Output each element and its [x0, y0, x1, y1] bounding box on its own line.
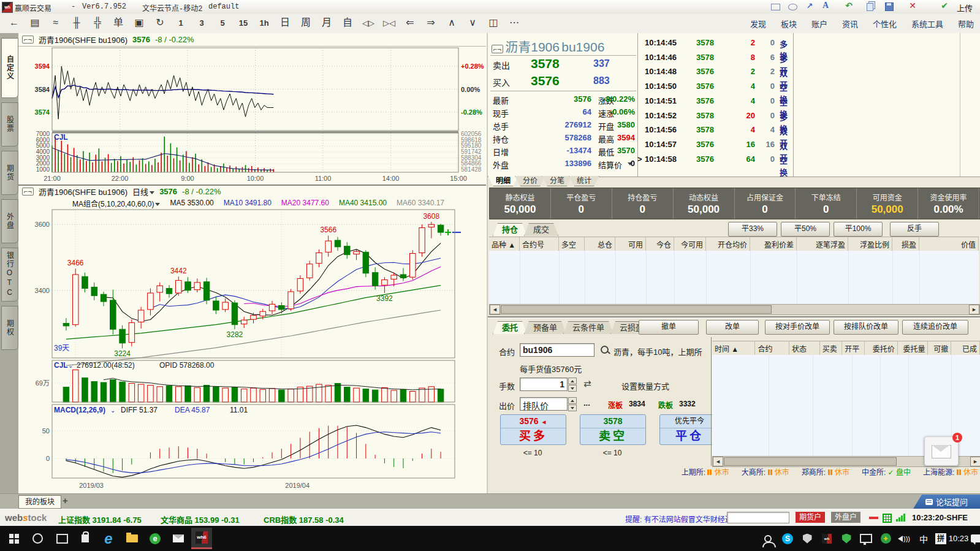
order-column-3[interactable]: 买卖 [820, 341, 842, 355]
order-column-5[interactable]: 委托价 [865, 341, 898, 355]
trade-row[interactable]: 10:14:51357640空换 [640, 96, 793, 111]
kline-icon[interactable]: ╫ [69, 15, 85, 30]
undo-icon[interactable]: ↶ [840, 0, 857, 11]
start-button[interactable] [4, 528, 25, 549]
quantity-input[interactable]: 1 [520, 378, 568, 391]
menu-item-0[interactable]: 发现 [750, 18, 766, 29]
more-icon[interactable]: ⋯ [506, 15, 522, 30]
scroll-right-arrow[interactable]: ► [970, 457, 980, 466]
quote-tab-0[interactable]: 明细 [488, 176, 518, 186]
position-column-6[interactable]: 今可用 [674, 237, 706, 251]
overlay-kline-icon[interactable]: ╬ [89, 15, 105, 30]
order-column-0[interactable]: 时间 ▲ [712, 341, 755, 355]
period-1min[interactable]: 1 [173, 16, 189, 31]
scale-down-icon[interactable]: ∨ [465, 15, 481, 30]
forum-ask-button[interactable]: 论坛提问 [913, 495, 980, 509]
split-view-icon[interactable]: ◫ [485, 15, 501, 30]
scroll-thumb[interactable] [501, 305, 772, 314]
order-action-2[interactable]: 按对手价改单 [765, 320, 830, 335]
ask-price[interactable]: 3578 [531, 56, 560, 71]
upload-label[interactable]: 上传 [957, 2, 973, 13]
draw-text-icon[interactable]: A [817, 0, 834, 11]
position-column-3[interactable]: 总仓 [585, 237, 615, 251]
delete-icon[interactable]: ✕ [904, 0, 921, 11]
quote-tab-3[interactable]: 统计 [569, 176, 599, 186]
trade-row[interactable]: 10:14:46357886多开 [640, 53, 793, 67]
page-right-icon[interactable]: ⇒ [423, 15, 439, 30]
browser-button[interactable]: e [145, 528, 165, 549]
kline-period-select[interactable]: 日线 [132, 186, 154, 197]
save-icon[interactable] [881, 1, 898, 12]
add-board-button[interactable]: + [63, 495, 68, 506]
mail-button[interactable] [168, 528, 189, 549]
quantity-mode-link[interactable]: 设置数量方式 [621, 380, 669, 392]
wenhua-app-button[interactable]: wh6 [191, 528, 212, 549]
quote-scrollbar[interactable] [960, 33, 960, 177]
position-action-2[interactable]: 平100% [834, 222, 883, 237]
zoom-out-icon[interactable]: ◁▷ [360, 16, 376, 31]
position-column-2[interactable]: 多空 [559, 237, 585, 251]
trade-row[interactable]: >10:14:583576640空换 [640, 154, 793, 169]
draw-arrow-icon[interactable]: ↗ [801, 0, 818, 11]
page-left-icon[interactable]: ⇐ [402, 15, 418, 30]
scroll-left-arrow[interactable]: ◄ [490, 305, 500, 314]
foreign-account-badge[interactable]: 外盘户 [831, 512, 860, 523]
more-price-options[interactable]: ... [583, 398, 590, 408]
intraday-chart[interactable]: 21:0022:009:0010:0011:0014:0015:003594+0… [18, 47, 487, 185]
draw-rect-icon[interactable] [767, 1, 784, 12]
back-icon[interactable]: ← [6, 15, 22, 30]
zoom-in-icon[interactable]: ▷◁ [381, 16, 397, 31]
timeline-icon[interactable]: ≈ [48, 15, 64, 30]
file-explorer-button[interactable] [121, 528, 142, 549]
sidebar-tab-5[interactable]: 期权 [1, 306, 18, 350]
menu-item-3[interactable]: 资讯 [842, 18, 858, 29]
safety-tray-icon[interactable]: + [876, 528, 895, 549]
people-tray-icon[interactable] [759, 528, 777, 549]
order-action-4[interactable]: 连续追价改单 [902, 320, 968, 335]
order-action-1[interactable]: 改单 [706, 320, 759, 335]
bid-price[interactable]: 3576 [531, 74, 560, 88]
menu-item-4[interactable]: 个性化 [873, 18, 897, 29]
futures-account-badge[interactable]: 期货户 [796, 512, 825, 523]
notification-center-button[interactable] [967, 528, 980, 549]
price-mode-select[interactable]: 排队价 [520, 397, 568, 411]
save-layout-icon[interactable]: ▣ [131, 15, 147, 30]
link-icon[interactable]: ⌐¬ [22, 36, 34, 44]
draw-ellipse-icon[interactable] [784, 1, 801, 12]
order-action-3[interactable]: 按排队价改单 [834, 320, 898, 335]
copy-icon[interactable] [861, 1, 878, 12]
trade-row[interactable]: 10:14:523578200多换 [640, 111, 793, 126]
edge-button[interactable]: e [98, 528, 119, 549]
position-column-7[interactable]: 开仓均价 [706, 237, 750, 251]
menu-item-1[interactable]: 板块 [781, 18, 797, 29]
menu-item-5[interactable]: 系统工具 [911, 18, 943, 29]
quick-code-input[interactable] [727, 512, 789, 523]
order-tab-2[interactable]: 云条件单 [563, 321, 613, 334]
trade-row[interactable]: 10:14:5735761616双开 [640, 140, 793, 154]
position-column-8[interactable]: 盈利价差 [750, 237, 797, 251]
position-column-11[interactable]: 损盈 [892, 237, 919, 251]
search-icon[interactable] [601, 346, 609, 354]
order-column-7[interactable]: 可撤 [928, 341, 951, 355]
period-month[interactable]: 月 [319, 15, 335, 30]
sidebar-tab-1[interactable]: 股票 [1, 102, 18, 146]
scroll-thumb[interactable] [724, 457, 897, 466]
repeat-icon[interactable]: ⇄ [583, 378, 591, 389]
message-mail-button[interactable]: 1 [924, 436, 959, 466]
sidebar-tab-4[interactable]: 银行OTC [1, 248, 18, 302]
network-tray-icon[interactable] [857, 528, 875, 549]
quote-list-icon[interactable]: ▤ [27, 15, 43, 30]
position-column-10[interactable]: 浮盈比例 [848, 237, 892, 251]
period-day[interactable]: 日 [277, 15, 293, 30]
order-column-6[interactable]: 委托量 [898, 341, 929, 355]
ma-combo-select[interactable]: MA组合(5,10,20,40,60,0) [72, 198, 160, 208]
trade-row[interactable]: 10:14:56357844双开 [640, 125, 793, 140]
wenhua-tray-icon[interactable]: wh [818, 528, 836, 549]
upload-icon[interactable]: ✔ [936, 0, 953, 11]
position-column-1[interactable]: 合约号 [520, 237, 559, 251]
sidebar-tab-0[interactable]: 自定义 [1, 38, 18, 98]
order-column-2[interactable]: 状态 [789, 341, 820, 355]
order-column-8[interactable]: 已成 [951, 341, 980, 355]
position-action-0[interactable]: 平33% [728, 222, 777, 237]
daily-kline-chart[interactable]: 360034002019/032019/04346632243442328235… [18, 208, 487, 493]
